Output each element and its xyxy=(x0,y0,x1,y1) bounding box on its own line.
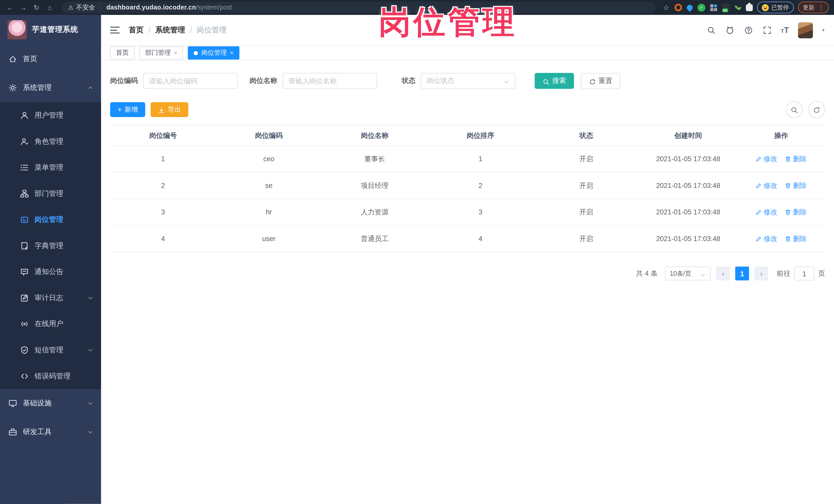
sidebar-item-notice[interactable]: 通知公告 xyxy=(0,259,101,285)
extension-check-icon[interactable]: ✓ xyxy=(698,3,705,11)
sidebar-item-menus[interactable]: 菜单管理 xyxy=(0,154,101,180)
search-toggle-button[interactable] xyxy=(786,101,803,118)
extension-orange-icon[interactable] xyxy=(675,4,682,11)
tab-首页[interactable]: 首页 xyxy=(110,46,134,60)
back-icon[interactable]: ← xyxy=(5,3,14,11)
bookmark-star-icon[interactable]: ☆ xyxy=(663,3,669,11)
breadcrumb-item[interactable]: 系统管理 xyxy=(155,25,185,35)
reset-button[interactable]: 重置 xyxy=(581,73,620,89)
cell-sort: 3 xyxy=(427,199,533,225)
page-content: 岗位编码 岗位名称 状态 岗位状态 xyxy=(101,61,834,504)
refresh-button[interactable] xyxy=(808,101,825,118)
sidebar-item-errcode[interactable]: 错误码管理 xyxy=(0,363,101,389)
download-icon xyxy=(158,106,165,113)
cell-created: 2021-01-05 17:03:48 xyxy=(639,172,737,199)
sidebar-item-label: 错误码管理 xyxy=(35,371,94,381)
table-row: 4user普通员工4开启2021-01-05 17:03:48修改删除 xyxy=(110,225,825,252)
edit-link[interactable]: 修改 xyxy=(756,154,777,163)
extension-leaf-icon[interactable] xyxy=(734,4,741,11)
cell-code: ceo xyxy=(216,146,322,172)
paused-badge[interactable]: 已暂停 xyxy=(757,2,794,13)
cell-created: 2021-01-05 17:03:48 xyxy=(639,199,737,225)
cell-code: se xyxy=(216,172,322,199)
goto-page-input[interactable] xyxy=(794,266,814,280)
update-button[interactable]: 更新 ⋮ xyxy=(798,2,829,13)
url-host: dashboard.yudao.iocoder.cn xyxy=(106,4,196,11)
edit-link[interactable]: 修改 xyxy=(756,207,777,217)
sidebar-item-dict[interactable]: 字典管理 xyxy=(0,233,101,259)
cell-created: 2021-01-05 17:03:48 xyxy=(639,146,737,172)
trash-icon xyxy=(785,182,791,189)
delete-link[interactable]: 删除 xyxy=(785,181,807,190)
prev-page-button[interactable]: ‹ xyxy=(716,266,730,280)
total-count: 共 4 条 xyxy=(636,269,658,278)
search-icon[interactable] xyxy=(706,25,716,35)
emoji-face-icon xyxy=(762,4,769,11)
extensions-puzzle-icon[interactable] xyxy=(746,4,753,11)
status-select[interactable]: 岗位状态 xyxy=(421,73,515,89)
help-icon[interactable] xyxy=(744,25,753,35)
address-bar[interactable]: ⚠ 不安全 dashboard.yudao.iocoder.cn /system… xyxy=(62,2,656,13)
next-page-button[interactable]: › xyxy=(754,266,768,280)
breadcrumb-item[interactable]: 首页 xyxy=(129,25,144,35)
tab-岗位管理[interactable]: 岗位管理× xyxy=(188,46,239,60)
cell-created: 2021-01-05 17:03:48 xyxy=(639,225,737,252)
sidebar-item-home[interactable]: 首页 xyxy=(0,45,101,73)
infra-icon xyxy=(8,399,17,408)
page-size-select[interactable]: 10条/页 xyxy=(665,266,711,280)
sidebar-item-label: 审计日志 xyxy=(35,293,87,303)
sidebar-item-online[interactable]: 在线用户 xyxy=(0,311,101,337)
search-button[interactable]: 搜索 xyxy=(535,73,574,89)
caret-down-icon[interactable]: ▾ xyxy=(822,27,825,33)
font-size-icon[interactable]: TT xyxy=(781,26,789,34)
edit-link[interactable]: 修改 xyxy=(756,234,777,243)
security-label[interactable]: 不安全 xyxy=(76,3,95,12)
avatar[interactable] xyxy=(798,22,813,38)
sidebar-item-users[interactable]: 用户管理 xyxy=(0,102,101,128)
sidebar-item-roles[interactable]: 角色管理 xyxy=(0,128,101,154)
fullscreen-icon[interactable] xyxy=(762,25,772,35)
sidebar-item-label: 岗位管理 xyxy=(35,215,94,224)
post-code-input[interactable] xyxy=(143,73,238,89)
cell-no: 2 xyxy=(110,172,216,199)
sidebar-item-infra[interactable]: 基础设施 xyxy=(0,389,101,418)
current-page[interactable]: 1 xyxy=(735,266,749,280)
reload-icon[interactable]: ↻ xyxy=(32,3,41,11)
audit-icon xyxy=(20,293,29,302)
home-icon xyxy=(8,55,17,63)
delete-link[interactable]: 删除 xyxy=(785,154,807,163)
table-body: 1ceo董事长1开启2021-01-05 17:03:48修改删除2se项目经理… xyxy=(110,146,825,252)
delete-link[interactable]: 删除 xyxy=(785,234,807,243)
user-icon xyxy=(20,111,29,119)
github-icon[interactable] xyxy=(725,25,734,35)
post-icon xyxy=(20,215,29,224)
pagination: 共 4 条 10条/页 ‹ 1 › 前往 页 xyxy=(110,266,825,280)
extension-pin-icon[interactable] xyxy=(686,3,694,12)
close-tab-icon[interactable]: × xyxy=(174,50,177,56)
app-title: 芋道管理系统 xyxy=(32,25,78,35)
breadcrumb: 首页/系统管理/岗位管理 xyxy=(129,25,706,35)
export-button[interactable]: 导出 xyxy=(151,102,189,117)
add-button[interactable]: + 新增 xyxy=(110,102,145,117)
sidebar-item-posts[interactable]: 岗位管理 xyxy=(0,206,101,233)
close-tab-icon[interactable]: × xyxy=(230,50,233,56)
sidebar-item-system[interactable]: 系统管理 xyxy=(0,73,101,102)
extension-cm-icon[interactable] xyxy=(722,4,729,11)
chevron-down-icon xyxy=(87,400,94,407)
post-name-input[interactable] xyxy=(282,73,377,89)
column-header: 状态 xyxy=(533,125,639,146)
home-icon[interactable]: ⌂ xyxy=(45,3,54,11)
edit-link[interactable]: 修改 xyxy=(756,181,777,190)
sidebar-item-devtools[interactable]: 研发工具 xyxy=(0,418,101,446)
delete-link[interactable]: 删除 xyxy=(785,207,807,217)
kebab-menu-icon[interactable]: ⋮ xyxy=(818,4,824,11)
edit-pencil-icon xyxy=(756,182,762,189)
hamburger-icon[interactable] xyxy=(110,27,119,34)
tab-部门管理[interactable]: 部门管理× xyxy=(139,46,183,60)
sidebar-item-audit[interactable]: 审计日志 xyxy=(0,285,101,311)
forward-icon[interactable]: → xyxy=(19,3,28,11)
extension-grid-icon[interactable] xyxy=(710,4,717,11)
cell-actions: 修改删除 xyxy=(737,199,825,225)
sidebar-item-depts[interactable]: 部门管理 xyxy=(0,180,101,207)
sidebar-item-sms[interactable]: 短信管理 xyxy=(0,337,101,363)
